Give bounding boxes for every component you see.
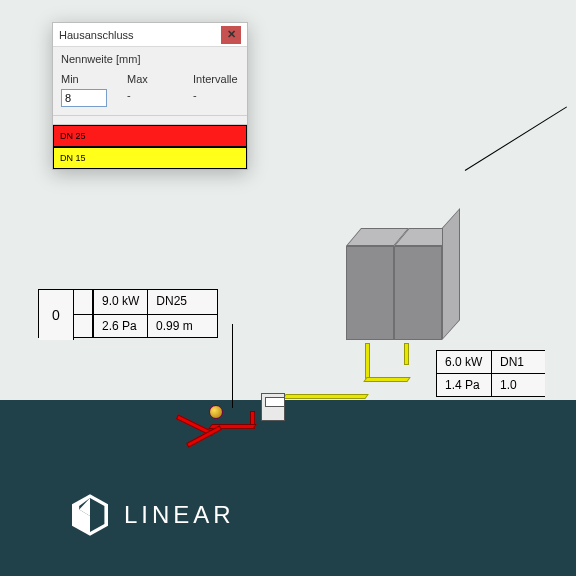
dialog-hausanschluss: Hausanschluss ✕ Nennweite [mm] Min Max -… [52, 22, 248, 170]
footer-band [0, 400, 576, 576]
pipe-yellow [365, 343, 370, 379]
leader-line [232, 324, 233, 408]
callout-len: 1.0 [491, 374, 545, 396]
legend-row-dn25[interactable]: DN 25 [53, 125, 247, 147]
callout-right: 6.0 kW DN1 1.4 Pa 1.0 [436, 350, 545, 397]
legend-row-dn15[interactable]: DN 15 [53, 147, 247, 169]
brand-text: LINEAR [124, 501, 235, 529]
interval-value: - [193, 89, 239, 101]
callout-dp: 2.6 Pa [93, 315, 147, 337]
pipe-yellow [282, 394, 369, 399]
brand-logo: LINEAR [72, 494, 235, 536]
valve-icon [209, 405, 223, 419]
linear-logo-icon [72, 494, 108, 536]
leader-line [465, 106, 567, 170]
close-icon: ✕ [227, 28, 236, 41]
min-input[interactable] [61, 89, 107, 107]
interval-label: Intervalle [193, 73, 239, 85]
pipe-yellow [404, 343, 409, 365]
callout-dn: DN25 [147, 290, 217, 314]
callout-len: 0.99 m [147, 315, 217, 337]
gas-meter-icon [261, 393, 285, 421]
max-value: - [127, 89, 173, 101]
close-button[interactable]: ✕ [221, 26, 241, 44]
callout-dp: 1.4 Pa [437, 374, 491, 396]
callout-dn: DN1 [491, 351, 545, 373]
dialog-titlebar[interactable]: Hausanschluss ✕ [53, 23, 247, 47]
equipment-boiler-units [340, 228, 460, 343]
pipe-yellow [363, 377, 411, 382]
legend: DN 25 DN 15 [53, 124, 247, 169]
callout-id-merged: 0 [39, 290, 74, 340]
dialog-title: Hausanschluss [59, 29, 134, 41]
param-label: Nennweite [mm] [61, 53, 239, 65]
callout-power: 9.0 kW [93, 290, 147, 314]
callout-power: 6.0 kW [437, 351, 491, 373]
max-label: Max [127, 73, 173, 85]
min-label: Min [61, 73, 107, 85]
